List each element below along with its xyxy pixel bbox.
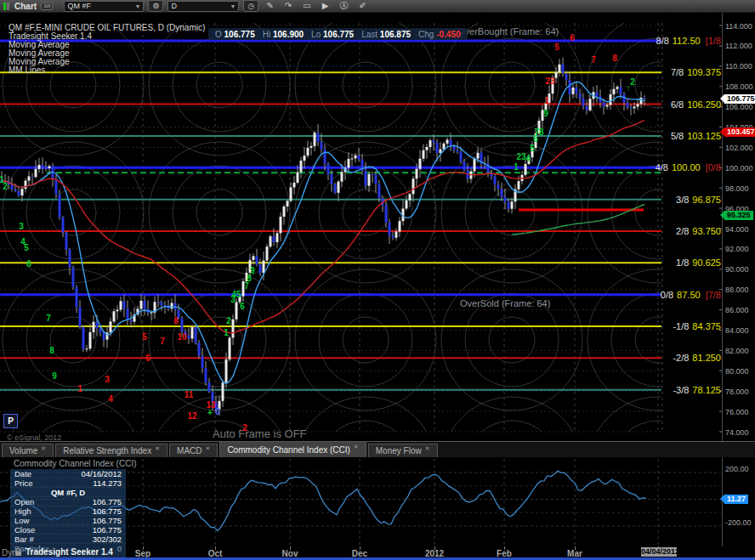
price-axis-tick: 92.000 [725, 245, 749, 253]
retrace-icon[interactable]: ↷ [281, 1, 295, 11]
seeker-count-8: 8 [173, 316, 179, 325]
quote-field: Last 106.875 [361, 30, 411, 39]
symbol-combo[interactable]: QM #F▼ [64, 1, 144, 12]
auto-circle-icon[interactable]: Ⓐ [336, 1, 351, 11]
time-axis-tick [290, 546, 291, 550]
quote-field: O 106.775 [215, 30, 255, 39]
time-axis-tick [575, 546, 576, 550]
price-axis-tick: 108.000 [725, 82, 753, 91]
tab-commodity-channel-index-cci-[interactable]: Commodity Channel Index (CCI)✕ [219, 441, 366, 457]
price-axis-tick: 90.000 [725, 265, 749, 274]
tab-macd[interactable]: MACD✕ [169, 444, 218, 457]
price-axis-tick: 76.000 [725, 408, 749, 416]
seeker-count-2: 2 [242, 423, 247, 433]
seeker-count-4: 4 [525, 154, 531, 163]
cci-value-tag: 11.27 [724, 495, 748, 504]
seeker-count-2: 2 [226, 316, 231, 325]
close-tab-icon[interactable]: ✕ [354, 444, 359, 450]
quote-bar: O 106.775Hi 106.900Lo 106.775Last 106.87… [208, 28, 468, 40]
seeker-count-45: 45 [231, 290, 241, 299]
seeker-count-2: 2 [630, 77, 635, 87]
price-axis-tick: 74.000 [725, 428, 749, 437]
price-axis-tick: 94.000 [725, 225, 749, 234]
price-tag: 106.775 [724, 94, 755, 104]
seeker-count-0: 0 [215, 407, 220, 416]
time-axis-tick [143, 546, 144, 550]
price-axis-tick: 100.000 [725, 164, 753, 173]
time-axis-tick [504, 546, 505, 550]
overbought-label: OverBought (Frame: 64) [457, 26, 559, 37]
seeker-count-7: 7 [591, 55, 596, 65]
close-tab-icon[interactable]: ✕ [155, 445, 160, 452]
seeker-count-6: 6 [570, 33, 575, 42]
eraser-icon[interactable]: ✐ [355, 1, 369, 11]
price-axis-tick: 106.000 [725, 103, 753, 111]
autoframe-label: Auto Frame is OFF [213, 427, 307, 440]
quote-field: Hi 106.900 [263, 30, 304, 39]
play-circle-icon[interactable]: ▶ [319, 1, 332, 11]
seeker-count-1: 1 [224, 328, 229, 337]
mode-label: Dyn [2, 548, 17, 557]
tab-money-flow[interactable]: Money Flow✕ [368, 444, 438, 457]
mm-line-label: 1/890.625 [661, 257, 721, 268]
formula-icon[interactable]: ▭ [299, 1, 314, 11]
seeker-count-4: 4 [108, 394, 113, 404]
seeker-count-23: 23 [545, 76, 554, 86]
price-axis-tick: 102.000 [725, 144, 753, 152]
oversold-label: OverSold (Frame: 64) [460, 298, 550, 308]
price-axis-tick: 112.000 [725, 42, 752, 50]
seeker-count-5: 5 [554, 42, 559, 52]
interval-clock-icon[interactable]: ◷ [243, 0, 258, 12]
close-tab-icon[interactable]: ✕ [41, 445, 46, 452]
quote-field: Lo 106.775 [311, 30, 354, 39]
seeker-count-5: 5 [24, 243, 29, 252]
seeker-count-1: 1 [544, 96, 549, 105]
overlay-label-4: MM Lines [9, 66, 45, 75]
mm-line-label: 5/8103.125 [661, 131, 721, 141]
signal-bars-icon [3, 0, 10, 14]
seeker-count-1: 1 [77, 384, 82, 393]
seeker-count-9: 9 [543, 109, 548, 118]
indicator-tabbar: Volume✕Relative Strength Index✕MACD✕Comm… [0, 441, 755, 457]
tab-volume[interactable]: Volume✕ [2, 444, 54, 457]
close-tab-icon[interactable]: ✕ [425, 445, 430, 452]
window-badge: SR [41, 3, 53, 10]
seeker-count-2: 2 [3, 182, 8, 191]
seeker-count-3: 3 [19, 222, 24, 231]
data-window-row: High106.775 [10, 506, 126, 516]
chevron-down-icon: ▼ [135, 3, 141, 9]
data-window-row: Close106.775 [10, 525, 126, 535]
cci-panel-title: Commodity Channel Index (CCI) [14, 459, 137, 468]
time-axis-tick [215, 546, 216, 550]
seeker-count-78: 78 [534, 127, 543, 137]
seeker-count-7: 7 [160, 337, 165, 346]
mm-line-label: 0/887.50[7/8 [661, 290, 721, 300]
symbol-settings-icon[interactable]: ⚙ [148, 0, 163, 12]
mm-line-label: 7/8109.375 [661, 67, 721, 77]
chart-window: Chart SR QM #F▼ ⚙ D▼ ◷ ✎ ↷ ▭ ▶ Ⓐ ✐ QM #F… [0, 0, 755, 560]
seeker-count-8: 8 [49, 346, 54, 355]
status-study-label: Tradesight Seeker 1.4 [26, 547, 113, 557]
price-axis-tick: 86.000 [725, 306, 749, 314]
seeker-count-23: 23 [516, 152, 525, 161]
toolbar: Chart SR QM #F▼ ⚙ D▼ ◷ ✎ ↷ ▭ ▶ Ⓐ ✐ [0, 0, 755, 13]
price-axis-tick: 82.000 [725, 347, 749, 355]
seeker-count-6: 6 [240, 302, 245, 311]
mm-line-label: 2/893.750 [661, 226, 721, 236]
price-axis-tick: 98.000 [725, 184, 749, 193]
close-tab-icon[interactable]: ✕ [206, 445, 211, 452]
draw-pencil-icon[interactable]: ✎ [263, 1, 276, 11]
price-axis-tick: 78.000 [725, 387, 749, 396]
tab-relative-strength-index[interactable]: Relative Strength Index✕ [55, 444, 167, 457]
price-axis-tick: 88.000 [725, 286, 749, 294]
seeker-count-↑: ↑ [627, 83, 631, 93]
price-axis-tick: 80.000 [725, 367, 749, 376]
interval-combo[interactable]: D▼ [167, 1, 239, 12]
seeker-count-+: + [207, 408, 213, 417]
seeker-count-11: 11 [184, 390, 194, 399]
mm-line-label: 4/8100.00[0/8 [661, 162, 721, 173]
data-window-row: Bar #302/302 [10, 535, 126, 544]
p-button[interactable]: P [3, 414, 18, 428]
price-tag: 103.457 [724, 127, 755, 137]
time-axis-tick [360, 546, 360, 550]
